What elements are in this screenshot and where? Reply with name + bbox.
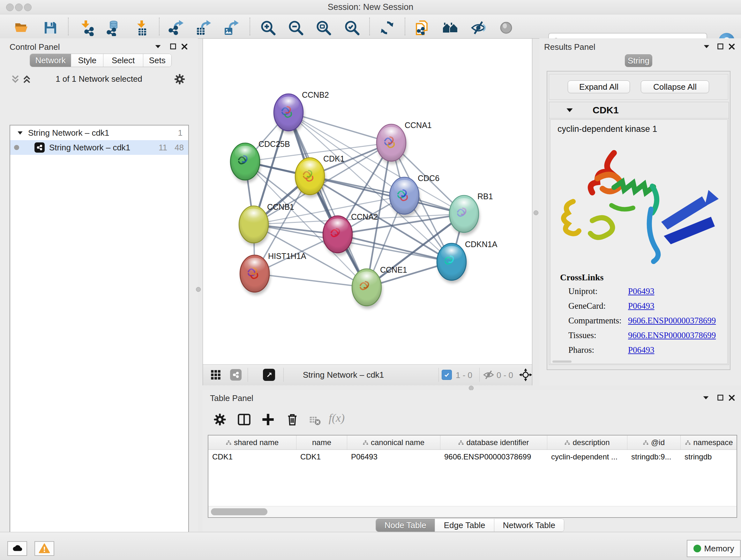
network-canvas[interactable]: CCNB2CCNA1CDC25BCDK1CDC6RB1CCNB1CCNA2CDK… <box>203 39 532 364</box>
open-in-new-window-icon[interactable] <box>263 369 275 381</box>
tab-style[interactable]: Style <box>71 54 104 67</box>
column-header-database-identifier[interactable]: database identifier <box>441 435 547 449</box>
column-header-namespace[interactable]: namespace <box>681 435 737 449</box>
vertical-splitter-grip[interactable] <box>534 210 538 215</box>
node-HIST1H1A[interactable]: HIST1H1A <box>240 252 307 295</box>
crosslink-link[interactable]: P06493 <box>628 345 655 355</box>
column-header-label: canonical name <box>371 438 424 447</box>
warning-button[interactable] <box>35 541 54 556</box>
refresh-layout-icon[interactable] <box>379 19 395 36</box>
import-table-file-icon[interactable] <box>134 19 151 36</box>
open-session-icon[interactable] <box>13 19 30 36</box>
add-column-icon[interactable] <box>261 412 275 427</box>
results-buttons-bar: Expand All Collapse All <box>549 74 728 100</box>
panel-menu-icon[interactable] <box>703 43 711 51</box>
expand-all-button[interactable]: Expand All <box>568 80 630 93</box>
tab-sets[interactable]: Sets <box>143 54 172 67</box>
zoom-fit-icon[interactable] <box>315 19 332 36</box>
column-header-description[interactable]: description <box>547 435 627 449</box>
delete-table-icon[interactable] <box>308 414 321 427</box>
crosslink-link[interactable]: 9606.ENSP00000378699 <box>628 330 716 340</box>
import-network-file-icon[interactable] <box>78 19 95 36</box>
tab-select[interactable]: Select <box>104 54 143 67</box>
eye-icon[interactable] <box>498 19 515 36</box>
panel-float-icon[interactable] <box>717 394 724 401</box>
tab-network[interactable]: Network <box>30 54 71 67</box>
shared-column-icon <box>643 440 649 445</box>
vertical-splitter-grip[interactable] <box>196 287 201 292</box>
panel-close-icon[interactable] <box>181 43 188 51</box>
tab-string[interactable]: String <box>625 54 652 67</box>
table-hscrollbar-thumb[interactable] <box>211 508 267 515</box>
column-header-canonical-name[interactable]: canonical name <box>347 435 441 449</box>
import-network-database-icon[interactable] <box>105 19 122 36</box>
node-RB1[interactable]: RB1 <box>449 192 493 235</box>
horizontal-splitter-grip[interactable] <box>469 386 474 390</box>
network-collection-row[interactable]: String Network – cdk1 1 <box>10 125 188 140</box>
node-CDC25B[interactable]: CDC25B <box>230 139 290 183</box>
panel-close-icon[interactable] <box>728 43 736 51</box>
tab-node-table[interactable]: Node Table <box>376 519 435 532</box>
tab-network-table[interactable]: Network Table <box>494 519 564 532</box>
column-header--id[interactable]: @id <box>627 435 681 449</box>
export-table-icon[interactable] <box>195 19 212 36</box>
export-image-icon[interactable] <box>223 19 239 36</box>
window-zoom-button[interactable] <box>24 3 31 11</box>
zoom-out-icon[interactable] <box>287 19 304 36</box>
cloud-button[interactable] <box>7 541 27 556</box>
eye-slash-icon[interactable] <box>470 19 487 36</box>
zoom-selected-icon[interactable] <box>344 19 360 36</box>
edge-CCNB2-CCNE1[interactable] <box>288 112 367 287</box>
crosslink-link[interactable]: P06493 <box>628 287 655 296</box>
column-header-shared-name[interactable]: shared name <box>208 435 296 449</box>
node-gloss <box>381 127 402 142</box>
collapse-all-button[interactable]: Collapse All <box>641 80 709 93</box>
function-builder-icon[interactable]: f(x) <box>329 411 345 425</box>
duplicate-network-icon[interactable] <box>414 19 430 36</box>
panel-close-icon[interactable] <box>728 394 736 401</box>
window-close-button[interactable] <box>6 3 14 11</box>
table-settings-gear-icon[interactable] <box>212 412 227 427</box>
node-CCNB2[interactable]: CCNB2 <box>274 90 329 134</box>
delete-column-trash-icon[interactable] <box>285 412 300 427</box>
panel-menu-icon[interactable] <box>702 394 710 401</box>
network-edge-count: 48 <box>175 143 184 152</box>
node-CCNB1[interactable]: CCNB1 <box>239 202 294 246</box>
share-network-icon[interactable] <box>230 369 242 381</box>
crosslink-link[interactable]: P06493 <box>628 301 655 311</box>
crosshair-icon[interactable] <box>519 368 532 381</box>
node-CDK1[interactable]: CDK1 <box>295 154 345 198</box>
panel-float-icon[interactable] <box>170 43 177 51</box>
gene-section-header[interactable]: CDK1 <box>549 102 729 118</box>
table-hscrollbar[interactable] <box>208 506 737 517</box>
memory-button[interactable]: Memory <box>687 540 741 557</box>
export-network-icon[interactable] <box>167 19 184 36</box>
window-minimize-button[interactable] <box>15 3 23 11</box>
table-row[interactable]: CDK1CDK1P064939606.ENSP00000378699cyclin… <box>208 450 737 464</box>
tab-node-table-label: Node Table <box>385 520 426 530</box>
node-CCNA1[interactable]: CCNA1 <box>377 121 432 164</box>
tab-edge-table[interactable]: Edge Table <box>435 519 494 532</box>
save-session-icon[interactable] <box>42 19 59 36</box>
collection-caret-icon <box>17 129 23 136</box>
network-row[interactable]: String Network – cdk1 11 48 <box>10 140 188 155</box>
node-CDKN1A[interactable]: CDKN1A <box>437 240 497 283</box>
houses-icon[interactable] <box>442 19 459 36</box>
node-label-CCNB1: CCNB1 <box>267 202 294 211</box>
panel-float-icon[interactable] <box>717 43 724 51</box>
crosslink-link[interactable]: 9606.ENSP00000378699 <box>628 316 716 326</box>
edge-CDK1-RB1[interactable] <box>310 176 464 214</box>
zoom-in-icon[interactable] <box>260 19 276 36</box>
grid-view-icon[interactable] <box>210 369 221 380</box>
panel-menu-icon[interactable] <box>154 43 162 51</box>
show-columns-icon[interactable] <box>237 412 252 427</box>
network-options-gear-icon[interactable] <box>173 73 186 85</box>
node-CCNA2[interactable]: CCNA2 <box>323 212 378 256</box>
hidden-eye-slash-icon[interactable] <box>482 369 495 381</box>
edge-HIST1H1A-CCNE1[interactable] <box>255 273 367 287</box>
selected-checkbox-icon[interactable] <box>442 370 452 380</box>
node-CCNE1[interactable]: CCNE1 <box>352 265 407 309</box>
column-header-name[interactable]: name <box>296 435 347 449</box>
results-scrollbar-thumb[interactable] <box>552 361 571 363</box>
gene-caret-icon[interactable] <box>566 106 574 114</box>
